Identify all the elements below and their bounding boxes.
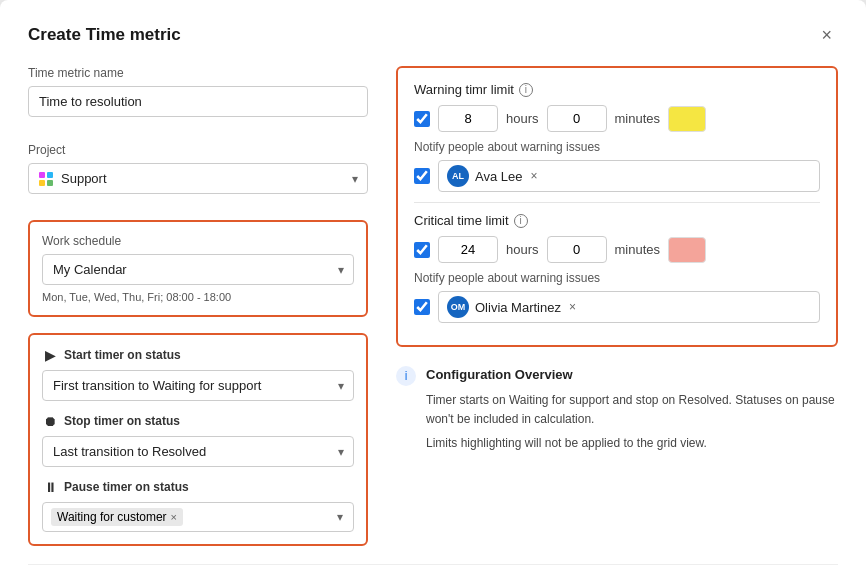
critical-hours-unit: hours (506, 242, 539, 257)
timer-status-section: ▶ Start timer on status First transition… (28, 333, 368, 546)
modal-title: Create Time metric (28, 25, 181, 45)
pause-tag-remove-icon[interactable]: × (171, 512, 177, 523)
warning-notify-label: Notify people about warning issues (414, 140, 820, 154)
critical-info-icon[interactable]: i (514, 214, 528, 228)
config-line2: Limits highlighting will not be applied … (426, 434, 838, 453)
metric-name-section: Time metric name (28, 66, 368, 117)
critical-limit-header-row: Critical time limit i (414, 213, 820, 228)
warning-minutes-input[interactable] (547, 105, 607, 132)
limits-divider (414, 202, 820, 203)
critical-color-swatch[interactable] (668, 237, 706, 263)
pause-timer-section: ⏸ Pause timer on status Waiting for cust… (42, 479, 354, 532)
critical-person-name: Olivia Martinez (475, 300, 561, 315)
critical-people-row: OM Olivia Martinez × (414, 291, 820, 323)
pause-tag-label: Waiting for customer (57, 510, 167, 524)
warning-color-swatch[interactable] (668, 106, 706, 132)
modal-header: Create Time metric × (28, 24, 838, 46)
limits-box: Warning timr limit i hours minutes Notif… (396, 66, 838, 347)
critical-limit-label: Critical time limit i (414, 213, 528, 228)
critical-notify-label: Notify people about warning issues (414, 271, 820, 285)
start-timer-icon: ▶ (42, 347, 58, 363)
warning-limit-inputs-row: hours minutes (414, 105, 820, 132)
warning-hours-unit: hours (506, 111, 539, 126)
warning-hours-input[interactable] (438, 105, 498, 132)
project-section: Project Support ▾ (28, 143, 368, 194)
svg-rect-2 (39, 180, 45, 186)
config-overview-section: i Configuration Overview Timer starts on… (396, 365, 838, 459)
start-timer-select[interactable]: First transition to Waiting for support (42, 370, 354, 401)
warning-limit-label: Warning timr limit i (414, 82, 533, 97)
stop-timer-select-wrapper: Last transition to Resolved ▾ (42, 436, 354, 467)
modal-footer: Save Cancel (28, 564, 838, 572)
work-schedule-select-wrapper: My Calendar ▾ (42, 254, 354, 285)
work-schedule-select[interactable]: My Calendar (42, 254, 354, 285)
critical-person-avatar: OM (447, 296, 469, 318)
stop-timer-section: ⏺ Stop timer on status Last transition t… (42, 413, 354, 467)
warning-notify-checkbox[interactable] (414, 168, 430, 184)
critical-checkbox[interactable] (414, 242, 430, 258)
config-line1: Timer starts on Waiting for support and … (426, 391, 838, 428)
right-column: Warning timr limit i hours minutes Notif… (396, 66, 838, 546)
critical-minutes-unit: minutes (615, 242, 661, 257)
stop-timer-icon: ⏺ (42, 413, 58, 429)
start-timer-section: ▶ Start timer on status First transition… (42, 347, 354, 401)
project-label: Project (28, 143, 368, 157)
project-icon (38, 171, 54, 187)
metric-name-input[interactable] (28, 86, 368, 117)
pause-timer-tags-input[interactable]: Waiting for customer × ▾ (42, 502, 354, 532)
work-schedule-label: Work schedule (42, 234, 354, 248)
critical-minutes-input[interactable] (547, 236, 607, 263)
warning-checkbox[interactable] (414, 111, 430, 127)
work-schedule-section: Work schedule My Calendar ▾ Mon, Tue, We… (28, 220, 368, 317)
stop-timer-label: ⏺ Stop timer on status (42, 413, 354, 429)
create-time-metric-modal: Create Time metric × Time metric name Pr… (0, 0, 866, 572)
svg-rect-0 (39, 172, 45, 178)
critical-notify-checkbox[interactable] (414, 299, 430, 315)
start-timer-label: ▶ Start timer on status (42, 347, 354, 363)
close-button[interactable]: × (815, 24, 838, 46)
warning-limit-section: Warning timr limit i hours minutes Notif… (414, 82, 820, 192)
left-column: Time metric name Project (28, 66, 368, 546)
config-info-icon: i (396, 366, 416, 386)
start-timer-select-wrapper: First transition to Waiting for support … (42, 370, 354, 401)
config-text: Configuration Overview Timer starts on W… (426, 365, 838, 459)
svg-rect-3 (47, 180, 53, 186)
critical-limit-inputs-row: hours minutes (414, 236, 820, 263)
svg-rect-1 (47, 172, 53, 178)
warning-info-icon[interactable]: i (519, 83, 533, 97)
pause-tag-waiting: Waiting for customer × (51, 508, 183, 526)
critical-person-remove-icon[interactable]: × (569, 300, 576, 314)
config-title: Configuration Overview (426, 365, 838, 385)
warning-person-name: Ava Lee (475, 169, 522, 184)
pause-timer-label: ⏸ Pause timer on status (42, 479, 354, 495)
schedule-days-info: Mon, Tue, Wed, Thu, Fri; 08:00 - 18:00 (42, 291, 354, 303)
warning-minutes-unit: minutes (615, 111, 661, 126)
metric-name-label: Time metric name (28, 66, 368, 80)
pause-timer-icon: ⏸ (42, 479, 58, 495)
modal-body: Time metric name Project (28, 66, 838, 546)
warning-people-input[interactable]: AL Ava Lee × (438, 160, 820, 192)
critical-limit-section: Critical time limit i hours minutes Noti… (414, 213, 820, 323)
stop-timer-select[interactable]: Last transition to Resolved (42, 436, 354, 467)
critical-hours-input[interactable] (438, 236, 498, 263)
project-select-wrapper: Support ▾ (28, 163, 368, 194)
warning-person-avatar: AL (447, 165, 469, 187)
pause-timer-arrow-icon: ▾ (337, 510, 343, 524)
warning-people-row: AL Ava Lee × (414, 160, 820, 192)
warning-person-remove-icon[interactable]: × (530, 169, 537, 183)
warning-limit-header-row: Warning timr limit i (414, 82, 820, 97)
project-select[interactable]: Support (28, 163, 368, 194)
critical-people-input[interactable]: OM Olivia Martinez × (438, 291, 820, 323)
